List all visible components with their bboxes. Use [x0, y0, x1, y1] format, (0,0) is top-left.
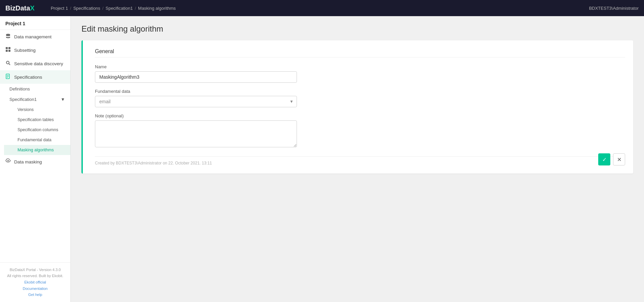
svg-point-11	[7, 160, 9, 161]
note-field-group: Note (optional)	[95, 113, 625, 148]
sidebar-item-sensitive-label: Sensitive data discovery	[14, 61, 63, 66]
created-info: Created by BDXTEST3\Administrator on 22.…	[95, 161, 212, 165]
logo-text: BizData	[5, 4, 30, 12]
sidebar-item-data-masking-label: Data masking	[14, 159, 42, 164]
edit-form-card: General Name Fundamental data email ▼	[81, 40, 633, 174]
sidebar-item-sensitive-data-discovery[interactable]: Sensitive data discovery	[0, 57, 70, 70]
name-label: Name	[95, 64, 625, 69]
sidebar-spec1-label: Specification1	[9, 97, 37, 102]
sidebar-spec-dropdown[interactable]: Specification1 ▼	[0, 94, 70, 105]
sidebar-item-data-management-label: Data management	[14, 34, 52, 39]
app-logo[interactable]: BizDataX	[5, 4, 35, 12]
name-input[interactable]	[95, 71, 297, 83]
sidebar-item-data-masking[interactable]: Data masking	[0, 155, 70, 168]
svg-point-5	[6, 61, 9, 64]
page-title: Edit masking algorithm	[81, 24, 633, 34]
sidebar-subitem-fundamental-data[interactable]: Fundamental data	[4, 135, 70, 145]
footer-link-docs[interactable]: Documentation	[23, 287, 48, 291]
breadcrumb-sep-2: /	[102, 6, 104, 11]
data-masking-icon	[5, 158, 11, 165]
breadcrumb: Project 1 / Specifications / Specificati…	[51, 6, 176, 11]
fundamental-data-label: Fundamental data	[95, 89, 625, 94]
sidebar-spec1-children: Versions Specification tables Specificat…	[0, 105, 70, 155]
breadcrumb-specification1[interactable]: Specification1	[105, 6, 133, 11]
svg-rect-3	[6, 50, 8, 52]
fundamental-data-field-group: Fundamental data email ▼	[95, 89, 625, 107]
card-accent	[81, 40, 83, 174]
svg-rect-2	[8, 47, 10, 49]
confirm-icon: ✓	[602, 156, 607, 163]
breadcrumb-sep-1: /	[70, 6, 71, 11]
content-area: Edit masking algorithm General Name Fund…	[71, 16, 644, 302]
main-layout: Project 1 Data management Subsetting Sen…	[0, 16, 644, 302]
data-management-icon	[5, 33, 11, 40]
cancel-button[interactable]: ✕	[613, 153, 625, 165]
subsetting-icon	[5, 47, 11, 53]
section-title-general: General	[95, 48, 625, 58]
logo-x: X	[30, 4, 34, 12]
sidebar-project-label: Project 1	[0, 16, 70, 30]
sidebar-subitem-versions[interactable]: Versions	[4, 105, 70, 115]
confirm-button[interactable]: ✓	[598, 153, 610, 165]
breadcrumb-current: Masking algorithms	[138, 6, 176, 11]
breadcrumb-specifications[interactable]: Specifications	[73, 6, 100, 11]
svg-line-6	[9, 64, 10, 65]
breadcrumb-sep-3: /	[135, 6, 136, 11]
card-footer: Created by BDXTEST3\Administrator on 22.…	[95, 156, 625, 165]
note-textarea[interactable]	[95, 120, 297, 147]
sidebar-subitem-masking-algorithms[interactable]: Masking algorithms	[4, 145, 70, 155]
sidebar-subitem-definitions[interactable]: Definitions	[0, 84, 70, 94]
svg-point-0	[6, 34, 10, 35]
sidebar: Project 1 Data management Subsetting Sen…	[0, 16, 71, 302]
sidebar-footer: BizDataX Portal - Version 4.3.0 All righ…	[0, 262, 70, 302]
cancel-icon: ✕	[617, 156, 621, 163]
footer-link-help[interactable]: Get help	[28, 293, 42, 297]
fundamental-data-select[interactable]: email	[95, 96, 297, 107]
user-label: BDXTEST3\Administrator	[589, 6, 639, 11]
sidebar-item-data-management[interactable]: Data management	[0, 30, 70, 43]
card-inner: General Name Fundamental data email ▼	[90, 48, 625, 165]
svg-rect-1	[6, 47, 8, 49]
specifications-icon	[5, 74, 11, 80]
breadcrumb-project[interactable]: Project 1	[51, 6, 68, 11]
card-actions: ✓ ✕	[598, 153, 625, 165]
fundamental-data-select-wrapper: email ▼	[95, 96, 297, 107]
sidebar-item-specifications-label: Specifications	[14, 75, 42, 80]
footer-line2: All rights reserved. Built by Ekobit.	[5, 273, 65, 279]
sidebar-item-specifications[interactable]: Specifications	[0, 70, 70, 84]
footer-link-ekobit[interactable]: Ekobit official	[24, 280, 46, 284]
topnav: BizDataX Project 1 / Specifications / Sp…	[0, 0, 644, 16]
sidebar-item-subsetting[interactable]: Subsetting	[0, 43, 70, 57]
sensitive-data-icon	[5, 60, 11, 67]
sidebar-subitem-specification-tables[interactable]: Specification tables	[4, 115, 70, 125]
note-label: Note (optional)	[95, 113, 625, 118]
name-field-group: Name	[95, 64, 625, 83]
sidebar-subitem-specification-columns[interactable]: Specification columns	[4, 125, 70, 135]
sidebar-item-subsetting-label: Subsetting	[14, 48, 36, 53]
sidebar-spec1-chevron: ▼	[61, 97, 65, 102]
svg-rect-4	[8, 50, 10, 52]
footer-line1: BizDataX Portal - Version 4.3.0	[5, 267, 65, 273]
